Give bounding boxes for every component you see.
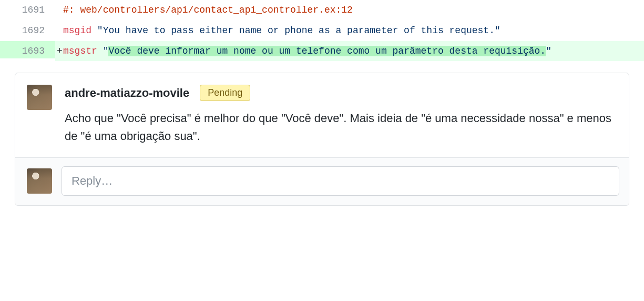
comment-header: andre-matiazzo-movile Pending: [65, 85, 617, 101]
avatar[interactable]: [27, 168, 52, 194]
diff-line[interactable]: 1692 msgid "You have to pass either name…: [0, 21, 644, 41]
diff-line[interactable]: 1693+msgstr "Você deve informar um nome …: [0, 41, 644, 62]
reply-input[interactable]: [62, 166, 619, 196]
comment-body: andre-matiazzo-movile Pending Acho que "…: [52, 85, 617, 145]
diff-lines: 1691 #: web/controllers/api/contact_api_…: [0, 0, 644, 61]
reply-row: [15, 158, 629, 205]
diff-line[interactable]: 1691 #: web/controllers/api/contact_api_…: [0, 0, 644, 21]
comment: andre-matiazzo-movile Pending Acho que "…: [15, 73, 629, 157]
comment-author[interactable]: andre-matiazzo-movile: [65, 86, 189, 100]
line-number: 1692: [0, 21, 55, 38]
diff-container: 1691 #: web/controllers/api/contact_api_…: [0, 0, 644, 206]
line-number: 1691: [0, 0, 55, 18]
comment-thread: andre-matiazzo-movile Pending Acho que "…: [15, 73, 629, 205]
line-content: +msgstr "Você deve informar um nome ou u…: [55, 41, 644, 62]
line-content: #: web/controllers/api/contact_api_contr…: [55, 0, 644, 21]
line-content: msgid "You have to pass either name or p…: [55, 21, 644, 41]
status-badge: Pending: [200, 85, 250, 101]
avatar[interactable]: [27, 85, 52, 110]
line-number: 1693: [0, 41, 55, 59]
comment-text: Acho que "Você precisa" é melhor do que …: [65, 109, 617, 145]
